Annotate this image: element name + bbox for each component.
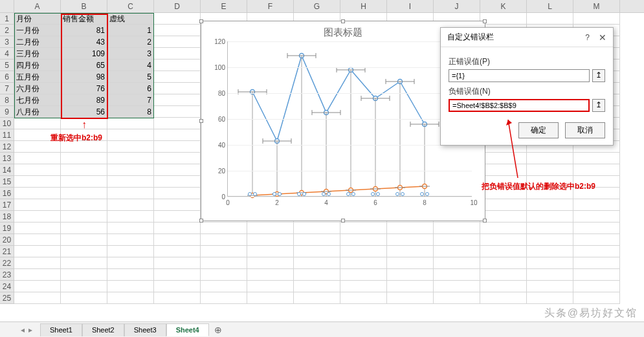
cell-D4[interactable] xyxy=(154,48,201,60)
cell-C3[interactable]: 2 xyxy=(107,36,154,48)
row-header[interactable]: 5 xyxy=(0,60,14,71)
cell-D25[interactable] xyxy=(154,292,201,304)
cell-I21[interactable] xyxy=(387,246,434,257)
cell-B3[interactable]: 43 xyxy=(61,36,107,48)
column-header-E[interactable]: E xyxy=(201,0,247,12)
cell-I20[interactable] xyxy=(387,234,434,246)
cell-A14[interactable] xyxy=(14,164,61,176)
cell-C13[interactable] xyxy=(107,153,154,164)
cell-K21[interactable] xyxy=(480,246,527,257)
cell-L17[interactable] xyxy=(527,199,573,211)
column-header-G[interactable]: G xyxy=(294,0,340,12)
cell-B4[interactable]: 109 xyxy=(61,48,107,60)
cell-K23[interactable] xyxy=(480,269,527,281)
cancel-button[interactable]: 取消 xyxy=(565,122,605,138)
column-header-D[interactable]: D xyxy=(154,0,201,12)
cell-K1[interactable] xyxy=(480,13,527,25)
column-header-F[interactable]: F xyxy=(247,0,294,12)
cell-J20[interactable] xyxy=(434,234,480,246)
cell-D18[interactable] xyxy=(154,211,201,223)
cell-J19[interactable] xyxy=(434,223,480,234)
cell-C10[interactable] xyxy=(107,118,154,129)
cell-A25[interactable] xyxy=(14,292,61,304)
sheet-tab-sheet3[interactable]: Sheet3 xyxy=(124,323,166,336)
cell-B18[interactable] xyxy=(61,211,107,223)
cell-K19[interactable] xyxy=(480,223,527,234)
cell-C15[interactable] xyxy=(107,176,154,188)
cell-A21[interactable] xyxy=(14,246,61,257)
cell-L21[interactable] xyxy=(527,246,573,257)
cell-C24[interactable] xyxy=(107,281,154,292)
cell-G24[interactable] xyxy=(294,281,340,292)
cell-C20[interactable] xyxy=(107,234,154,246)
range-picker-icon[interactable]: ↥ xyxy=(592,69,605,82)
cell-L23[interactable] xyxy=(527,269,573,281)
cell-K22[interactable] xyxy=(480,257,527,269)
cell-K13[interactable] xyxy=(480,153,527,164)
cell-B17[interactable] xyxy=(61,199,107,211)
cell-A16[interactable] xyxy=(14,188,61,199)
row-header[interactable]: 24 xyxy=(0,281,14,292)
cell-F19[interactable] xyxy=(247,223,294,234)
tab-nav-buttons[interactable]: ◂ ▸ xyxy=(19,325,34,334)
cell-A13[interactable] xyxy=(14,153,61,164)
range-picker-icon[interactable]: ↥ xyxy=(592,99,605,112)
cell-A20[interactable] xyxy=(14,234,61,246)
cell-B19[interactable] xyxy=(61,223,107,234)
cell-B22[interactable] xyxy=(61,257,107,269)
cell-A19[interactable] xyxy=(14,223,61,234)
cell-H22[interactable] xyxy=(340,257,387,269)
cell-C22[interactable] xyxy=(107,257,154,269)
cell-J22[interactable] xyxy=(434,257,480,269)
cell-F24[interactable] xyxy=(247,281,294,292)
row-header[interactable]: 13 xyxy=(0,153,14,164)
cell-A18[interactable] xyxy=(14,211,61,223)
cell-H24[interactable] xyxy=(340,281,387,292)
cell-G22[interactable] xyxy=(294,257,340,269)
cell-L19[interactable] xyxy=(527,223,573,234)
cell-E20[interactable] xyxy=(201,234,247,246)
row-header[interactable]: 15 xyxy=(0,176,14,188)
cell-B13[interactable] xyxy=(61,153,107,164)
cell-L13[interactable] xyxy=(527,153,573,164)
cell-C19[interactable] xyxy=(107,223,154,234)
cell-A24[interactable] xyxy=(14,281,61,292)
cell-M21[interactable] xyxy=(573,246,620,257)
cell-I22[interactable] xyxy=(387,257,434,269)
chart-plot-area[interactable]: 0204060801001200246810 xyxy=(227,41,472,197)
cell-K25[interactable] xyxy=(480,292,527,304)
cell-G23[interactable] xyxy=(294,269,340,281)
cell-B8[interactable]: 89 xyxy=(61,94,107,106)
custom-error-bars-dialog[interactable]: 自定义错误栏 ? ✕ 正错误值(P) ↥ 负错误值(N) ↥ 确定 取消 xyxy=(440,27,614,146)
cell-L22[interactable] xyxy=(527,257,573,269)
cell-A7[interactable]: 六月份 xyxy=(14,83,61,94)
cell-D14[interactable] xyxy=(154,164,201,176)
sheet-tab-sheet2[interactable]: Sheet2 xyxy=(82,323,124,336)
cell-K24[interactable] xyxy=(480,281,527,292)
cell-E25[interactable] xyxy=(201,292,247,304)
cell-D23[interactable] xyxy=(154,269,201,281)
cell-L24[interactable] xyxy=(527,281,573,292)
cell-C5[interactable]: 4 xyxy=(107,60,154,71)
cell-C16[interactable] xyxy=(107,188,154,199)
cell-M20[interactable] xyxy=(573,234,620,246)
cell-E23[interactable] xyxy=(201,269,247,281)
cell-I23[interactable] xyxy=(387,269,434,281)
cell-F23[interactable] xyxy=(247,269,294,281)
cell-A15[interactable] xyxy=(14,176,61,188)
cell-E21[interactable] xyxy=(201,246,247,257)
cell-J23[interactable] xyxy=(434,269,480,281)
help-icon[interactable]: ? xyxy=(585,33,590,42)
cell-D19[interactable] xyxy=(154,223,201,234)
row-header[interactable]: 10 xyxy=(0,118,14,129)
cell-A9[interactable]: 八月份 xyxy=(14,106,61,118)
column-header-A[interactable]: A xyxy=(14,0,61,12)
cell-A3[interactable]: 二月份 xyxy=(14,36,61,48)
cell-A8[interactable]: 七月份 xyxy=(14,94,61,106)
cell-C11[interactable] xyxy=(107,129,154,141)
row-header[interactable]: 16 xyxy=(0,188,14,199)
cell-M13[interactable] xyxy=(573,153,620,164)
row-header[interactable]: 1 xyxy=(0,13,14,25)
column-header-J[interactable]: J xyxy=(434,0,480,12)
cell-M19[interactable] xyxy=(573,223,620,234)
